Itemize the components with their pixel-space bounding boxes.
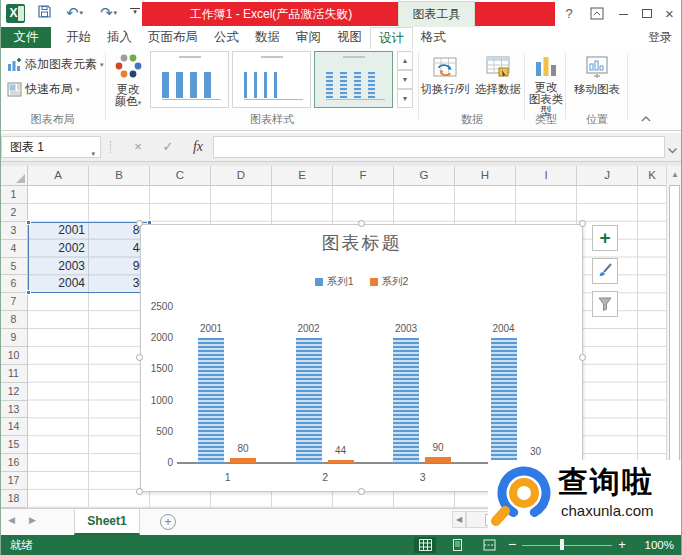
- column-header-C[interactable]: C: [150, 166, 211, 186]
- zoom-percentage[interactable]: 100%: [634, 535, 674, 555]
- zoom-slider-thumb[interactable]: [560, 539, 564, 550]
- switch-row-column-button[interactable]: 切换行/列: [420, 54, 470, 95]
- vertical-scroll-thumb[interactable]: [669, 185, 680, 467]
- row-header-16[interactable]: 16: [0, 454, 28, 472]
- save-button[interactable]: [37, 4, 52, 22]
- new-sheet-button[interactable]: +: [160, 514, 176, 530]
- row-header-7[interactable]: 7: [0, 293, 28, 311]
- column-header-G[interactable]: G: [394, 166, 455, 186]
- minimize-button[interactable]: [616, 5, 630, 22]
- column-header-B[interactable]: B: [89, 166, 150, 186]
- expand-formula-bar-button[interactable]: [667, 141, 679, 153]
- column-header-K[interactable]: K: [638, 166, 667, 186]
- cancel-button[interactable]: ×: [126, 136, 150, 158]
- row-header-8[interactable]: 8: [0, 311, 28, 329]
- formula-input[interactable]: [213, 136, 665, 158]
- data-label-系列2-3[interactable]: 90: [418, 442, 458, 453]
- chart-resize-handle[interactable]: [579, 354, 586, 361]
- tab-公式[interactable]: 公式: [206, 27, 247, 48]
- undo-button[interactable]: ↶▾: [66, 4, 83, 22]
- normal-view-button[interactable]: [414, 537, 436, 553]
- data-label-系列2-4[interactable]: 30: [516, 446, 556, 457]
- tab-视图[interactable]: 视图: [329, 27, 370, 48]
- row-header-10[interactable]: 10: [0, 347, 28, 365]
- column-header-J[interactable]: J: [577, 166, 638, 186]
- change-chart-type-button[interactable]: 更改图表类型: [527, 54, 565, 117]
- y-axis-tick-0[interactable]: 0: [143, 457, 173, 469]
- contextual-tab-chart-tools[interactable]: 图表工具: [398, 1, 475, 27]
- name-box[interactable]: 图表 1▾: [1, 136, 101, 158]
- row-header-5[interactable]: 5: [0, 258, 28, 276]
- selected-data-range[interactable]: [28, 222, 150, 294]
- chart-resize-handle[interactable]: [136, 354, 143, 361]
- row-header-6[interactable]: 6: [0, 275, 28, 293]
- bar-系列1-1[interactable]: [198, 338, 224, 463]
- chart-style-thumbnail-3-selected[interactable]: [314, 51, 393, 108]
- chart-style-thumbnail-2[interactable]: [232, 51, 311, 108]
- move-chart-button[interactable]: 移动图表: [569, 54, 625, 95]
- zoom-out-button[interactable]: −: [506, 535, 518, 554]
- collapse-ribbon-button[interactable]: [640, 110, 656, 124]
- chart-elements-button[interactable]: +: [592, 225, 618, 251]
- customize-qat-button[interactable]: ▾: [130, 8, 140, 19]
- tab-开始[interactable]: 开始: [58, 27, 99, 48]
- column-header-I[interactable]: I: [516, 166, 577, 186]
- gallery-scroll-up-button[interactable]: ▲: [397, 51, 413, 70]
- chart-style-thumbnail-1[interactable]: [150, 51, 229, 108]
- close-button[interactable]: ×: [662, 5, 677, 22]
- zoom-in-button[interactable]: +: [616, 535, 628, 554]
- bar-系列2-3[interactable]: [425, 457, 451, 463]
- tab-数据[interactable]: 数据: [247, 27, 288, 48]
- scroll-left-icon[interactable]: ◀: [452, 511, 466, 528]
- bar-系列1-2[interactable]: [296, 338, 322, 463]
- page-break-view-button[interactable]: [478, 537, 500, 553]
- chart-styles-button[interactable]: [592, 258, 618, 284]
- sheet-nav-arrows[interactable]: ◀▶: [8, 515, 50, 525]
- chart-filters-button[interactable]: [592, 291, 618, 317]
- row-header-18[interactable]: 18: [0, 490, 28, 508]
- page-layout-view-button[interactable]: [446, 537, 468, 553]
- row-header-2[interactable]: 2: [0, 204, 28, 222]
- y-axis-tick-2000[interactable]: 2000: [143, 332, 173, 344]
- sheet-tab-sheet1[interactable]: Sheet1: [74, 509, 140, 535]
- data-label-系列1-2[interactable]: 2002: [289, 323, 329, 334]
- range-handle[interactable]: [26, 220, 31, 225]
- row-header-1[interactable]: 1: [0, 186, 28, 204]
- row-header-17[interactable]: 17: [0, 472, 28, 490]
- chart-resize-handle[interactable]: [358, 488, 365, 495]
- data-label-系列1-3[interactable]: 2003: [386, 323, 426, 334]
- row-header-9[interactable]: 9: [0, 329, 28, 347]
- row-header-12[interactable]: 12: [0, 383, 28, 401]
- zoom-slider-track[interactable]: [522, 545, 612, 546]
- ribbon-display-options-button[interactable]: [588, 7, 606, 24]
- column-header-A[interactable]: A: [28, 166, 89, 186]
- row-header-4[interactable]: 4: [0, 240, 28, 258]
- chevron-down-icon[interactable]: ▾: [91, 144, 95, 164]
- redo-button[interactable]: ↷▾: [100, 4, 117, 22]
- excel-logo-icon[interactable]: X: [6, 4, 25, 23]
- column-header-E[interactable]: E: [272, 166, 333, 186]
- row-header-13[interactable]: 13: [0, 401, 28, 419]
- data-label-系列1-1[interactable]: 2001: [191, 323, 231, 334]
- chart-resize-handle[interactable]: [579, 220, 586, 227]
- tab-插入[interactable]: 插入: [99, 27, 140, 48]
- column-header-D[interactable]: D: [211, 166, 272, 186]
- insert-function-button[interactable]: fx: [186, 136, 210, 158]
- y-axis-tick-500[interactable]: 500: [143, 426, 173, 438]
- tab-设计[interactable]: 设计: [370, 27, 413, 49]
- select-all-corner[interactable]: [0, 166, 28, 186]
- category-label-2[interactable]: 2: [305, 471, 345, 483]
- category-label-3[interactable]: 3: [403, 471, 443, 483]
- row-header-14[interactable]: 14: [0, 418, 28, 436]
- vertical-scrollbar[interactable]: ▲ ▼: [666, 166, 682, 508]
- y-axis-tick-1500[interactable]: 1500: [143, 363, 173, 375]
- chart-resize-handle[interactable]: [358, 220, 365, 227]
- maximize-button[interactable]: [640, 5, 654, 22]
- row-header-3[interactable]: 3: [0, 222, 28, 240]
- change-colors-button[interactable]: 更改 颜色▾: [108, 54, 148, 109]
- tab-页面布局[interactable]: 页面布局: [140, 27, 206, 48]
- tab-格式[interactable]: 格式: [413, 27, 454, 48]
- column-header-F[interactable]: F: [333, 166, 394, 186]
- add-chart-element-button[interactable]: 添加图表元素▾: [7, 56, 104, 73]
- embedded-chart[interactable]: 图表标题 系列1系列2 0500100015002000250020012002…: [140, 224, 583, 492]
